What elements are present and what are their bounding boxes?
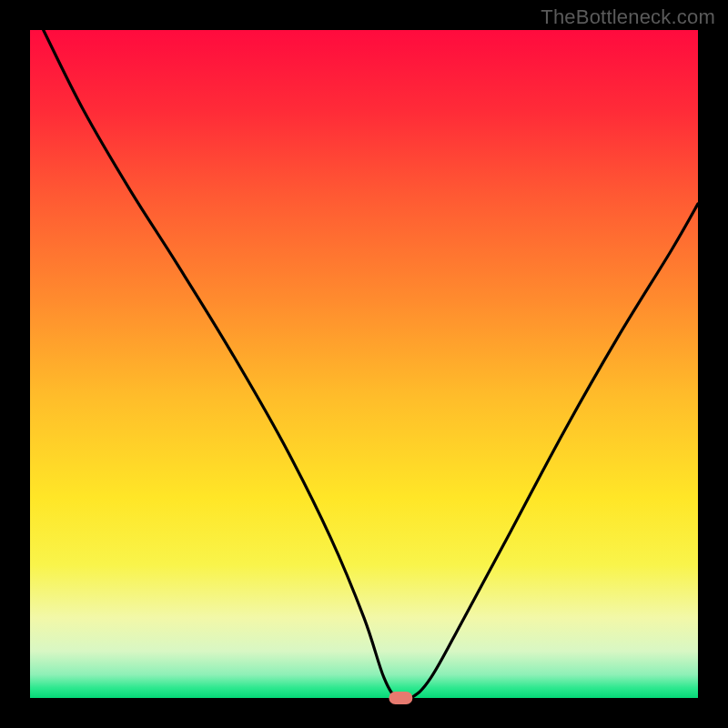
watermark-label: TheBottleneck.com <box>541 5 715 29</box>
bottleneck-chart <box>0 0 728 728</box>
plot-background <box>30 30 698 698</box>
chart-frame: TheBottleneck.com <box>0 0 728 728</box>
optimum-marker <box>389 692 412 704</box>
